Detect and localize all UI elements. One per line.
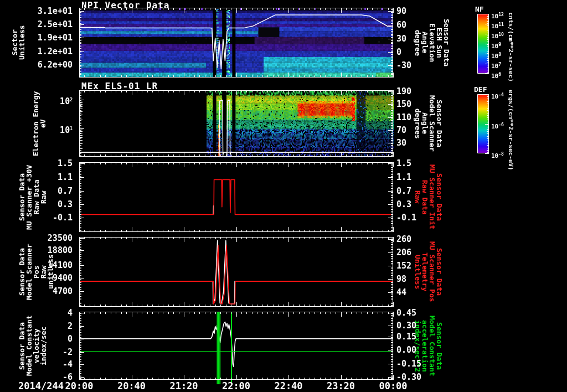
colorbar-nf-tick-label: 1012 (491, 11, 510, 18)
colorbar-nf-title: NF (475, 5, 484, 13)
x-tick-label: 20:00 (63, 380, 96, 391)
colorbar-nf-tick-label: 108 (491, 51, 510, 58)
p5-left-tick-label: -2 (29, 348, 73, 357)
p1-right-tick-label: 90 (396, 7, 422, 16)
p1-left-tick-label: 2.5e+01 (29, 20, 73, 29)
p3-left-tick-label: 0.3 (29, 200, 73, 209)
panel1-title: NPI Vector Data (81, 0, 170, 11)
p3-right-tick-label: 0.3 (396, 200, 422, 209)
date-label: 2014/244 (13, 380, 64, 391)
x-tick-label: 21:20 (167, 380, 200, 391)
p4-left-tick-label: 14100 (29, 261, 73, 270)
p1-right-tick-label: 60 (396, 20, 422, 29)
p3-left-tick-label: 1.1 (29, 173, 73, 182)
p2-left-tick-label: 101 (29, 124, 73, 133)
p1-left-tick-label: 1.9e+01 (29, 33, 73, 42)
p5-right-tick-label: 0.45 (396, 308, 422, 317)
p1-right-tick-label: -30 (396, 61, 422, 70)
p2-left-tick-label: 102 (29, 95, 73, 104)
p4-left-tick-label: 18800 (29, 246, 73, 255)
p5-right-tick-label: -0.15 (396, 359, 422, 368)
panel1-y-axis-label: Sector Unitless (11, 8, 25, 78)
plot-figure: NPI Vector Data MEx ELS-01 LR Sector Uni… (0, 0, 567, 392)
plots-canvas (0, 0, 567, 392)
p2-right-tick-label: 30 (396, 138, 422, 147)
p2-right-tick-label: 70 (396, 126, 422, 135)
p3-right-tick-label: -0.1 (396, 213, 422, 222)
p2-right-tick-label: 150 (396, 100, 422, 109)
p4-left-tick-label: 23500 (29, 234, 73, 243)
p3-right-tick-label: 0.7 (396, 187, 422, 195)
p4-right-tick-label: 260 (396, 235, 422, 244)
x-tick-label: 22:40 (272, 380, 305, 391)
p5-left-tick-label: 4 (29, 308, 73, 317)
colorbar-nf-tick-label: 1011 (491, 21, 510, 28)
colorbar-def-title: DEF (474, 85, 487, 94)
p4-right-tick-label: 152 (396, 261, 422, 270)
p1-right-tick-label: 0 (396, 48, 422, 56)
x-tick-label: 22:00 (220, 380, 253, 391)
x-tick-label: 23:20 (324, 380, 358, 391)
p2-right-tick-label: 190 (396, 87, 422, 96)
colorbar-def-tick-label: 10-8 (491, 151, 510, 157)
colorbar-nf-tick-label: 109 (491, 41, 510, 48)
p3-left-tick-label: -0.1 (29, 213, 73, 222)
colorbar-nf-tick-label: 1010 (491, 31, 510, 38)
p5-left-tick-label: 0 (29, 334, 73, 343)
p1-left-tick-label: 6.2e+00 (29, 60, 73, 69)
p4-right-tick-label: 206 (396, 248, 422, 257)
p5-left-tick-label: -4 (29, 360, 73, 369)
p3-left-tick-label: 1.5 (29, 159, 73, 168)
p1-left-tick-label: 1.2e+01 (29, 47, 73, 56)
p3-left-tick-label: 0.7 (29, 187, 73, 195)
p3-right-tick-label: 1.5 (396, 159, 422, 168)
p5-right-tick-label: 0.00 (396, 345, 422, 354)
panel2-title: MEx ELS-01 LR (81, 81, 158, 91)
p4-right-tick-label: 98 (396, 275, 422, 283)
p5-left-tick-label: 2 (29, 322, 73, 331)
colorbar-def-tick-label: 10-6 (491, 121, 510, 128)
p5-right-tick-label: 0.15 (396, 332, 422, 341)
p2-right-tick-label: 110 (396, 113, 422, 122)
p4-left-tick-label: 9400 (29, 274, 73, 282)
colorbar-def-tick-label: 10-4 (491, 91, 510, 98)
p1-right-tick-label: 30 (396, 34, 422, 43)
x-tick-label: 20:40 (115, 380, 148, 391)
colorbar-nf-tick-label: 107 (491, 61, 510, 68)
x-tick-label: 00:00 (377, 380, 410, 391)
colorbar-nf-tick-label: 106 (491, 71, 510, 78)
p4-left-tick-label: 4700 (29, 287, 73, 296)
p3-right-tick-label: 1.1 (396, 173, 422, 182)
p4-right-tick-label: 44 (396, 288, 422, 297)
p5-right-tick-label: 0.30 (396, 321, 422, 330)
p1-left-tick-label: 3.1e+01 (29, 7, 73, 16)
